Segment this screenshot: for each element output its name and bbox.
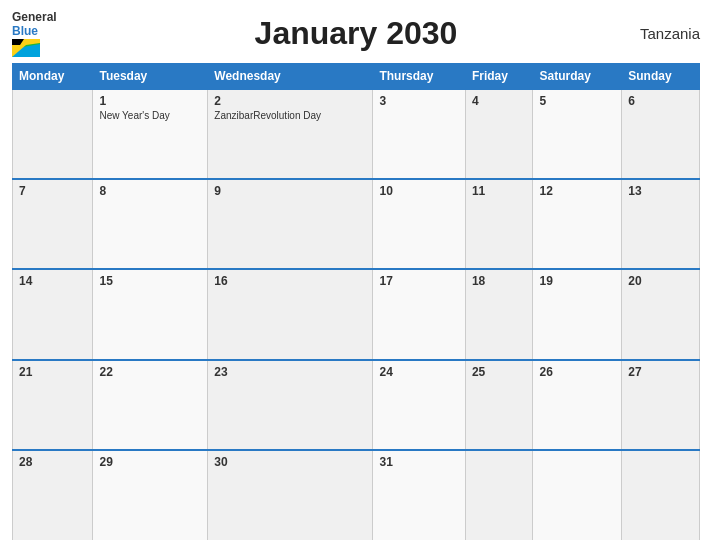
logo-line2: Blue — [12, 24, 38, 38]
day-number: 19 — [539, 274, 615, 288]
calendar-cell: 7 — [13, 179, 93, 269]
calendar-cell: 11 — [465, 179, 533, 269]
day-number: 20 — [628, 274, 693, 288]
event-text: New Year's Day — [99, 110, 169, 121]
weekday-header-sunday: Sunday — [622, 64, 700, 90]
day-number: 10 — [379, 184, 458, 198]
weekday-header-wednesday: Wednesday — [208, 64, 373, 90]
calendar-cell: 5 — [533, 89, 622, 179]
calendar-cell: 27 — [622, 360, 700, 450]
day-number: 31 — [379, 455, 458, 469]
calendar-cell: 16 — [208, 269, 373, 359]
day-number: 15 — [99, 274, 201, 288]
calendar-cell: 10 — [373, 179, 465, 269]
calendar-cell: 4 — [465, 89, 533, 179]
calendar-cell: 17 — [373, 269, 465, 359]
day-number: 5 — [539, 94, 615, 108]
calendar-cell — [465, 450, 533, 540]
calendar-cell: 31 — [373, 450, 465, 540]
calendar-week-row: 1New Year's Day2ZanzibarRevolution Day34… — [13, 89, 700, 179]
calendar-cell — [622, 450, 700, 540]
calendar-cell — [533, 450, 622, 540]
day-number: 22 — [99, 365, 201, 379]
calendar-table: MondayTuesdayWednesdayThursdayFridaySatu… — [12, 63, 700, 540]
day-number: 3 — [379, 94, 458, 108]
day-number: 24 — [379, 365, 458, 379]
calendar-cell: 14 — [13, 269, 93, 359]
day-number: 16 — [214, 274, 366, 288]
calendar-cell: 18 — [465, 269, 533, 359]
calendar-cell: 9 — [208, 179, 373, 269]
calendar-cell: 15 — [93, 269, 208, 359]
weekday-header-friday: Friday — [465, 64, 533, 90]
day-number: 18 — [472, 274, 527, 288]
weekday-header-row: MondayTuesdayWednesdayThursdayFridaySatu… — [13, 64, 700, 90]
calendar-cell: 24 — [373, 360, 465, 450]
calendar-title: January 2030 — [92, 15, 620, 52]
day-number: 30 — [214, 455, 366, 469]
calendar-cell: 21 — [13, 360, 93, 450]
flag-icon — [12, 39, 40, 57]
day-number: 27 — [628, 365, 693, 379]
logo: General Blue — [12, 10, 92, 57]
day-number: 17 — [379, 274, 458, 288]
calendar-week-row: 28293031 — [13, 450, 700, 540]
calendar-week-row: 21222324252627 — [13, 360, 700, 450]
weekday-header-monday: Monday — [13, 64, 93, 90]
day-number: 12 — [539, 184, 615, 198]
calendar-cell: 2ZanzibarRevolution Day — [208, 89, 373, 179]
day-number: 14 — [19, 274, 86, 288]
weekday-header-tuesday: Tuesday — [93, 64, 208, 90]
calendar-cell: 3 — [373, 89, 465, 179]
day-number: 1 — [99, 94, 201, 108]
event-text: Zanzibar — [214, 110, 253, 121]
calendar-header: General Blue January 2030 Tanzania — [12, 10, 700, 57]
calendar-cell: 12 — [533, 179, 622, 269]
calendar-cell: 25 — [465, 360, 533, 450]
calendar-cell: 22 — [93, 360, 208, 450]
calendar-week-row: 78910111213 — [13, 179, 700, 269]
country-name: Tanzania — [620, 25, 700, 42]
day-number: 2 — [214, 94, 366, 108]
calendar-cell: 23 — [208, 360, 373, 450]
day-number: 4 — [472, 94, 527, 108]
weekday-header-thursday: Thursday — [373, 64, 465, 90]
event-text: Revolution Day — [253, 110, 321, 121]
day-number: 23 — [214, 365, 366, 379]
day-number: 29 — [99, 455, 201, 469]
calendar-container: General Blue January 2030 Tanzania Monda… — [0, 0, 712, 550]
day-number: 11 — [472, 184, 527, 198]
day-number: 6 — [628, 94, 693, 108]
calendar-cell: 29 — [93, 450, 208, 540]
day-number: 25 — [472, 365, 527, 379]
day-number: 26 — [539, 365, 615, 379]
day-number: 13 — [628, 184, 693, 198]
calendar-cell: 28 — [13, 450, 93, 540]
day-number: 7 — [19, 184, 86, 198]
calendar-week-row: 14151617181920 — [13, 269, 700, 359]
calendar-cell — [13, 89, 93, 179]
calendar-cell: 26 — [533, 360, 622, 450]
day-number: 8 — [99, 184, 201, 198]
calendar-cell: 19 — [533, 269, 622, 359]
day-number: 28 — [19, 455, 86, 469]
calendar-cell: 30 — [208, 450, 373, 540]
day-number: 21 — [19, 365, 86, 379]
day-number: 9 — [214, 184, 366, 198]
weekday-header-saturday: Saturday — [533, 64, 622, 90]
logo-line1: General — [12, 10, 57, 24]
calendar-cell: 6 — [622, 89, 700, 179]
calendar-cell: 13 — [622, 179, 700, 269]
calendar-cell: 8 — [93, 179, 208, 269]
calendar-cell: 20 — [622, 269, 700, 359]
calendar-cell: 1New Year's Day — [93, 89, 208, 179]
